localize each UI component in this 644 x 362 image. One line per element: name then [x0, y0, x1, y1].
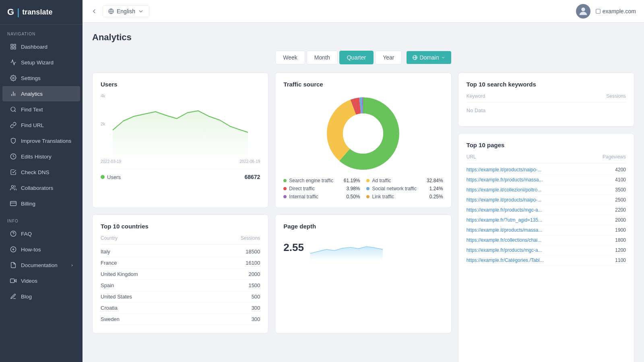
logo-sep: |	[17, 6, 19, 18]
page-url-link[interactable]: https://example.it/products/naipo-...	[466, 167, 542, 173]
donut-svg	[323, 93, 403, 174]
users-value: 68672	[244, 174, 260, 180]
svg-rect-0	[11, 44, 13, 46]
page-row: https://example.fr/?utm_agid=135...2000	[466, 215, 626, 225]
logo: G | translate	[0, 0, 83, 25]
traffic-legend-item: Internal traffic0.50%	[283, 194, 360, 200]
pages-card-title: Top 10 pages	[466, 142, 626, 148]
sidebar-item-settings[interactable]: Settings	[2, 70, 80, 86]
sidebar-item-label: Find Text	[21, 107, 43, 113]
keywords-header: Keyword Sessions	[466, 93, 626, 103]
countries-card: Top 10 countries Country Sessions Italy1…	[92, 214, 268, 333]
page-url-link[interactable]: https://example.fr/Catégories./Tabl...	[466, 257, 544, 263]
svg-point-11	[11, 185, 13, 187]
sidebar-item-label: FAQ	[21, 231, 32, 237]
keywords-card: Top 10 search keywords Keyword Sessions …	[458, 72, 634, 127]
country-row: Italy18500	[101, 246, 260, 257]
sidebar-item-edits-history[interactable]: Edits History	[2, 149, 80, 164]
tab-quarter[interactable]: Quarter	[339, 51, 374, 64]
page-row: https://example.fr/products/massa...4100	[466, 175, 626, 185]
domain-button[interactable]: Domain	[407, 51, 451, 64]
tab-week[interactable]: Week	[275, 51, 305, 64]
tab-month[interactable]: Month	[307, 51, 338, 64]
language-label: English	[117, 8, 135, 14]
page-row: https://example.fr/products/mgc-a...1200	[466, 245, 626, 255]
nav-section-info-label: INFO	[0, 212, 83, 226]
right-column: Top 10 search keywords Keyword Sessions …	[458, 72, 634, 362]
svg-rect-1	[14, 44, 16, 46]
sidebar-item-check-dns[interactable]: Check DNS	[2, 165, 80, 180]
keywords-card-title: Top 10 search keywords	[466, 81, 626, 88]
sidebar-item-label: Blog	[21, 294, 32, 300]
page-url-link[interactable]: https://example.fr/products/mgc-a...	[466, 247, 542, 253]
depth-card: Page depth 2.55	[275, 214, 451, 333]
how-tos-icon	[10, 246, 17, 253]
content-area: Analytics Week Month Quarter Year Domain…	[83, 23, 644, 362]
page-row: https://example.it/collezioni/poltro...3…	[466, 185, 626, 195]
page-url-link[interactable]: https://example.fr/collections/chai...	[466, 237, 542, 243]
sidebar-item-videos[interactable]: Videos	[2, 273, 80, 288]
sidebar-item-how-tos[interactable]: How-tos	[2, 242, 80, 257]
traffic-legend: Search engine traffic61.19%Ad traffic32.…	[283, 178, 443, 200]
sidebar-item-label: Videos	[21, 278, 37, 284]
page-row: https://example.it/products/massa...1900	[466, 225, 626, 235]
sidebar-item-find-text[interactable]: Find Text	[2, 102, 80, 117]
page-url-link[interactable]: https://example.fr/?utm_agid=135...	[466, 217, 542, 223]
logo-text: translate	[22, 8, 52, 16]
edits-history-icon	[10, 153, 17, 160]
sidebar-item-label: Documentation	[21, 262, 58, 268]
back-button[interactable]	[91, 8, 98, 15]
analytics-grid: Users 4k 2k	[92, 72, 634, 362]
sidebar-item-blog[interactable]: Blog	[2, 289, 80, 304]
page-url-link[interactable]: https://example.fr/products/massa...	[466, 177, 543, 183]
collaborators-icon	[10, 184, 17, 191]
sidebar-item-collaborators[interactable]: Collaborators	[2, 180, 80, 195]
language-selector[interactable]: English	[103, 5, 149, 17]
sidebar-item-setup-wizard[interactable]: Setup Wizard	[2, 55, 80, 70]
nav-items-info: FAQHow-tosDocumentation›VideosBlog	[0, 226, 83, 304]
page-url-link[interactable]: https://example.it/collezioni/poltro...	[466, 187, 542, 193]
users-line-chart	[101, 93, 248, 158]
sidebar: G | translate NAVIGATION DashboardSetup …	[0, 0, 83, 362]
depth-card-title: Page depth	[283, 223, 443, 230]
domain-label: example.com	[595, 8, 636, 14]
topbar: English example.com	[83, 0, 644, 23]
page-url-link[interactable]: https://example.it/products/massa...	[466, 227, 543, 233]
traffic-legend-item: Search engine traffic61.19%	[283, 178, 360, 183]
videos-icon	[10, 277, 17, 284]
sidebar-item-dashboard[interactable]: Dashboard	[2, 39, 80, 54]
depth-mini-chart	[310, 235, 383, 259]
pages-rows: https://example.it/products/naipo-...420…	[466, 165, 626, 265]
sidebar-item-billing[interactable]: Billing	[2, 196, 80, 211]
sidebar-item-faq[interactable]: FAQ	[2, 226, 80, 241]
country-row: France16100	[101, 257, 260, 269]
sidebar-item-analytics[interactable]: Analytics	[2, 86, 80, 101]
svg-rect-24	[596, 9, 600, 13]
settings-icon	[10, 74, 17, 82]
sidebar-item-documentation[interactable]: Documentation›	[2, 257, 80, 273]
improve-translations-icon	[10, 137, 17, 144]
page-row: https://example.it/products/naipo-...250…	[466, 195, 626, 205]
country-row: United States500	[101, 291, 260, 302]
main-area: English example.com Analytics Week Month…	[83, 0, 644, 362]
sidebar-item-find-url[interactable]: Find URL	[2, 117, 80, 133]
sidebar-item-label: Improve Translations	[21, 138, 71, 144]
svg-point-4	[12, 77, 14, 79]
tab-year[interactable]: Year	[375, 51, 402, 64]
page-url-link[interactable]: https://example.fr/products/mgc-a...	[466, 207, 542, 213]
country-row: Croatia300	[101, 302, 260, 314]
traffic-legend-item: Ad traffic32.84%	[366, 178, 443, 183]
dashboard-icon	[10, 43, 17, 50]
page-row: https://example.fr/collections/chai...18…	[466, 235, 626, 245]
countries-header: Country Sessions	[101, 235, 260, 245]
sidebar-item-label: Setup Wizard	[21, 60, 54, 66]
country-row: Sweden300	[101, 314, 260, 325]
country-row: United Kingdom2000	[101, 269, 260, 280]
users-card-title: Users	[101, 81, 260, 88]
svg-rect-3	[14, 47, 16, 49]
svg-point-14	[10, 231, 16, 236]
page-url-link[interactable]: https://example.it/products/naipo-...	[466, 197, 542, 203]
users-chart: 4k 2k	[101, 93, 260, 158]
sidebar-item-improve-translations[interactable]: Improve Translations	[2, 133, 80, 148]
svg-line-9	[14, 111, 16, 112]
